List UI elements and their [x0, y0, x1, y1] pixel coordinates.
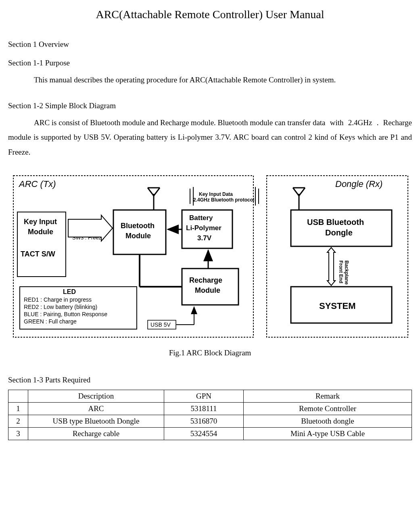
cell-gpn: 5316870 — [164, 415, 244, 427]
arc-tx-label: ARC (Tx) — [18, 179, 56, 189]
parts-table: Description GPN Remark 1 ARC 5318111 Rem… — [8, 390, 412, 440]
bat-l1: Battery — [189, 214, 213, 222]
section-1-2-body-line1: ARC is consist of Bluetooth module and R… — [8, 115, 326, 130]
table-row: 3 Recharge cable 5324554 Mini A-type USB… — [8, 427, 412, 440]
led-blue: BLUE : Pairing, Button Response — [24, 311, 107, 317]
key-input-l1: Key Input — [24, 218, 57, 226]
section-1-2-heading: Section 1-2 Simple Block Diagram — [8, 99, 412, 113]
section-1-3-heading: Section 1-3 Parts Required — [8, 373, 412, 387]
table-header-row: Description GPN Remark — [8, 390, 412, 402]
page-title: ARC(Attachable Remote Controller) User M… — [8, 8, 412, 21]
section-1-heading: Section 1 Overview — [8, 37, 412, 52]
dongle-l2: Dongle — [325, 228, 353, 237]
cell-rem: Remote Controller — [244, 402, 412, 415]
bat-l2: Li-Polymer — [186, 224, 221, 232]
rech-l2: Module — [195, 286, 220, 294]
dongle-rx-label: Dongle (Rx) — [335, 179, 382, 189]
cell-rem: Bluetooth dongle — [244, 415, 412, 427]
dongle-l1: USB Bluetooth — [307, 218, 364, 227]
svg-rect-3 — [267, 176, 408, 337]
figure-caption: Fig.1 ARC Block Diagram — [8, 348, 412, 357]
block-diagram-figure: ARC (Tx) Dongle (Rx) Key Input Module TA… — [8, 172, 412, 357]
section-1-1-heading: Section 1-1 Purpose — [8, 56, 412, 70]
cell-desc: Recharge cable — [28, 427, 164, 440]
cell-idx: 2 — [8, 415, 28, 427]
system-label: SYSTEM — [319, 301, 355, 311]
bat-l3: 3.7V — [197, 234, 212, 242]
cell-idx: 3 — [8, 427, 28, 440]
backplane-l2: Backplane — [344, 260, 349, 285]
svg-marker-26 — [327, 248, 335, 285]
backplane-l1: Front End — [338, 260, 344, 283]
cell-gpn: 5324554 — [164, 427, 244, 440]
svg-marker-5 — [68, 215, 113, 241]
arc-block-diagram: ARC (Tx) Dongle (Rx) Key Input Module TA… — [8, 172, 412, 345]
cell-idx: 1 — [8, 402, 28, 415]
cell-desc: USB type Bluetooth Dongle — [28, 415, 164, 427]
th-desc: Description — [28, 390, 164, 402]
table-row: 1 ARC 5318111 Remote Controller — [8, 402, 412, 415]
section-1-1-body: This manual describes the operating proc… — [34, 73, 412, 87]
rf-l1: Key Input Data — [199, 191, 233, 197]
led-red1: RED1 : Charge in progress — [24, 296, 92, 303]
th-rem: Remark — [244, 390, 412, 402]
section-1-2-body: ARC is consist of Bluetooth module and R… — [8, 115, 412, 159]
table-row: 2 USB type Bluetooth Dongle 5316870 Blue… — [8, 415, 412, 427]
th-gpn: GPN — [164, 390, 244, 402]
led-title: LED — [63, 288, 76, 295]
cell-desc: ARC — [28, 402, 164, 415]
bt-l2: Module — [125, 232, 151, 240]
led-green: GREEN : Full charge — [24, 318, 77, 325]
rf-l2: 2.4GHz Bluetooth protocol — [193, 197, 254, 203]
bt-l1: Bluetooth — [121, 222, 155, 230]
tact-sw: TACT S/W — [21, 250, 55, 258]
usb5v-label: USB 5V — [150, 321, 171, 328]
cell-gpn: 5318111 — [164, 402, 244, 415]
cell-rem: Mini A-type USB Cable — [244, 427, 412, 440]
key-input-l2: Module — [28, 228, 53, 236]
led-red2: RED2 : Low battery (blinking) — [24, 304, 97, 310]
rech-l1: Recharge — [189, 276, 222, 284]
th-idx — [8, 390, 28, 402]
